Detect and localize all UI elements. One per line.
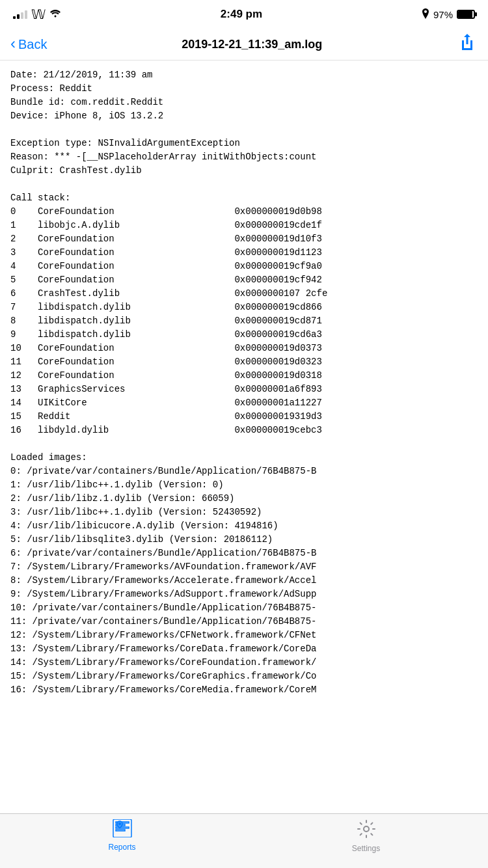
svg-point-1 bbox=[364, 826, 369, 832]
battery-percentage: 97% bbox=[433, 9, 453, 20]
page-title: 2019-12-21_11:39_am.log bbox=[52, 38, 452, 51]
log-content: Date: 21/12/2019, 11:39 am Process: Redd… bbox=[0, 61, 488, 705]
tab-reports[interactable]: Reports bbox=[0, 819, 244, 852]
wifi-icon bbox=[49, 8, 61, 20]
battery-icon bbox=[457, 10, 475, 19]
svg-point-0 bbox=[118, 822, 121, 825]
carrier-icon: 𝕎 bbox=[31, 7, 46, 22]
share-icon bbox=[459, 34, 475, 55]
back-chevron-icon: ‹ bbox=[10, 36, 16, 51]
app-header: ‹ Back 2019-12-21_11:39_am.log bbox=[0, 29, 488, 61]
tab-bar: Reports Settings bbox=[0, 813, 488, 868]
signal-icon bbox=[13, 10, 27, 19]
settings-icon bbox=[357, 819, 376, 841]
tab-settings[interactable]: Settings bbox=[244, 819, 488, 853]
share-button[interactable] bbox=[457, 34, 478, 55]
location-icon bbox=[422, 8, 429, 21]
status-left: 𝕎 bbox=[13, 7, 61, 22]
status-bar: 𝕎 2:49 pm 97% bbox=[0, 0, 488, 29]
tab-settings-label: Settings bbox=[352, 844, 380, 853]
status-right: 97% bbox=[422, 8, 475, 21]
reports-icon bbox=[113, 819, 132, 840]
tab-reports-label: Reports bbox=[108, 843, 135, 852]
status-time: 2:49 pm bbox=[221, 8, 262, 21]
back-label: Back bbox=[18, 37, 47, 52]
back-button[interactable]: ‹ Back bbox=[10, 37, 47, 52]
